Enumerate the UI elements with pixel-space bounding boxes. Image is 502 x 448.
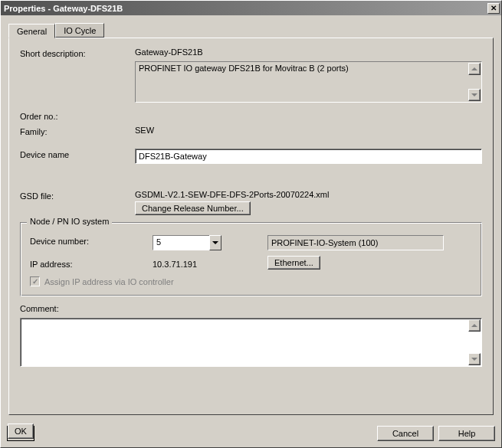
row-family: Family: SEW [20, 126, 482, 136]
group-node-pn-io: Node / PN IO system Device number: 5 [20, 222, 482, 296]
device-number-combo[interactable]: 5 [153, 235, 221, 250]
row-gsd-file: GSD file: GSDML-V2.1-SEW-DFE-DFS-2Ports-… [20, 190, 482, 213]
gsd-file-value: GSDML-V2.1-SEW-DFE-DFS-2Ports-20070224.x… [135, 190, 482, 199]
tab-general[interactable]: General [8, 24, 55, 38]
cancel-button[interactable]: Cancel [377, 426, 434, 441]
ethernet-button[interactable]: Ethernet... [267, 256, 320, 270]
device-number-value: 5 [153, 235, 209, 250]
ip-address-value: 10.3.71.191 [153, 258, 267, 269]
family-label: Family: [20, 126, 135, 136]
short-description-value: Gateway-DFS21B [135, 47, 482, 57]
tab-io-cycle[interactable]: IO Cycle [55, 23, 104, 38]
order-no-label: Order no.: [20, 110, 135, 121]
properties-dialog: Properties - Gateway-DFS21B ✕ General IO… [0, 0, 502, 448]
assign-ip-checkbox: ✓ Assign IP address via IO controller [30, 276, 174, 286]
help-button[interactable]: Help [438, 426, 495, 441]
long-description-box: PROFINET IO gateway DFS21B for Movitrac … [135, 61, 482, 103]
close-icon[interactable]: ✕ [487, 3, 500, 14]
assign-ip-label: Assign IP address via IO controller [44, 277, 174, 286]
ip-address-label: IP address: [30, 258, 153, 269]
device-name-input[interactable] [135, 149, 482, 164]
device-name-label: Device name [20, 149, 135, 159]
chevron-down-icon[interactable] [209, 235, 221, 250]
comment-spin-down-icon [468, 353, 481, 365]
row-device-number: Device number: 5 [30, 235, 472, 250]
client-area: General IO Cycle Short description: Gate… [1, 15, 501, 421]
gsd-file-label: GSD file: [20, 190, 135, 201]
row-device-name: Device name [20, 149, 482, 164]
tab-strip: General IO Cycle [8, 21, 494, 38]
change-release-number-button[interactable]: Change Release Number... [135, 201, 251, 215]
spin-down-icon [468, 89, 481, 101]
group-node-legend: Node / PN IO system [27, 217, 112, 226]
row-order-no: Order no.: [20, 110, 482, 121]
tabpage-general: Short description: Gateway-DFS21B PROFIN… [8, 38, 494, 415]
comment-label: Comment: [20, 304, 482, 313]
long-description-text: PROFINET IO gateway DFS21B for Movitrac … [139, 64, 349, 73]
titlebar: Properties - Gateway-DFS21B ✕ [1, 1, 501, 15]
comment-spin-up-icon [468, 319, 481, 332]
pnio-system-field [267, 235, 444, 250]
checkbox-icon: ✓ [30, 276, 40, 286]
row-short-description: Short description: Gateway-DFS21B PROFIN… [20, 47, 482, 103]
short-description-label: Short description: [20, 47, 135, 58]
family-value: SEW [135, 126, 482, 135]
button-bar: OK Cancel Help [1, 421, 501, 447]
window-title: Properties - Gateway-DFS21B [4, 4, 123, 13]
comment-textarea[interactable] [20, 318, 482, 367]
device-number-label: Device number: [30, 235, 153, 246]
spin-up-icon [468, 63, 481, 75]
ok-button[interactable]: OK [8, 423, 34, 439]
row-ip-address: IP address: 10.3.71.191 Ethernet... [30, 258, 472, 269]
